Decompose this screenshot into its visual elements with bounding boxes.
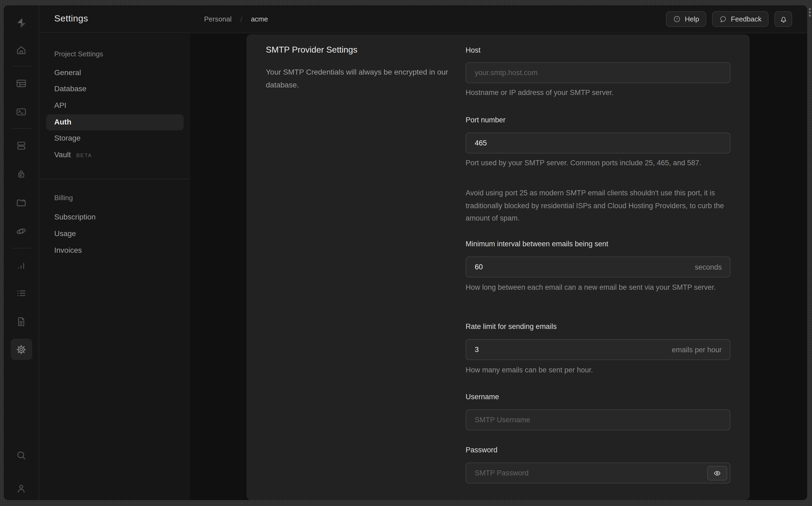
password-label: Password [466,446,498,454]
help-button-label: Help [685,15,699,23]
rail-divider [11,248,31,248]
breadcrumb: Personal / acme [204,5,268,33]
sidebar-divider [39,179,190,179]
feedback-button-label: Feedback [731,15,761,23]
app-window: Settings Project Settings General Databa… [4,5,807,500]
reports-icon[interactable] [10,255,32,276]
sidebar-item-vault[interactable]: Vault BETA [54,150,92,159]
svg-text:?: ? [676,17,678,21]
authentication-icon[interactable] [10,163,32,185]
section-label-billing: Billing [54,194,73,202]
database-icon[interactable] [10,135,32,156]
host-input[interactable] [466,62,730,83]
interval-help-text: How long between each email can a new em… [466,281,730,294]
port-input[interactable] [466,133,730,154]
username-input-wrapper [466,409,730,430]
port-input-wrapper [466,133,730,154]
beta-badge: BETA [76,152,92,158]
storage-icon[interactable] [10,191,32,213]
port-label: Port number [466,116,506,124]
host-help-text: Hostname or IP address of your SMTP serv… [466,86,730,99]
settings-sidebar: Settings Project Settings General Databa… [39,5,191,500]
port-help-text: Port used by your SMTP server. Common po… [466,157,730,169]
window-scrollbar-dots[interactable] [809,8,811,17]
rate-limit-input-wrapper: emails per hour [466,339,730,360]
account-icon[interactable] [10,478,32,499]
rate-limit-label: Rate limit for sending emails [466,323,557,331]
rate-limit-help-text: How many emails can be sent per hour. [466,364,730,376]
port-note-text: Avoid using port 25 as modern SMTP email… [466,187,730,225]
interval-input-wrapper: seconds [466,256,730,277]
edge-functions-icon[interactable] [10,220,32,242]
notifications-button[interactable] [774,11,792,27]
username-label: Username [466,393,499,401]
page-title: Settings [54,13,88,24]
header-actions: ? Help Feedback [666,11,792,27]
sidebar-item-general[interactable]: General [54,68,81,77]
api-docs-icon[interactable] [10,311,32,332]
sidebar-item-subscription[interactable]: Subscription [54,213,95,221]
sidebar-item-storage[interactable]: Storage [54,134,81,142]
toggle-password-visibility-button[interactable] [707,466,727,480]
sidebar-header: Settings [39,5,190,33]
sidebar-item-api[interactable]: API [54,101,66,109]
sidebar-item-invoices[interactable]: Invoices [54,246,82,254]
sidebar-item-usage[interactable]: Usage [54,229,76,238]
desktop-frame: Settings Project Settings General Databa… [0,0,812,506]
content-area: SMTP Provider Settings Your SMTP Credent… [190,33,807,500]
home-icon[interactable] [10,39,32,61]
sidebar-item-auth[interactable]: Auth [54,117,71,126]
table-editor-icon[interactable] [10,72,32,94]
speech-bubble-icon [719,15,727,23]
rate-limit-input[interactable] [466,339,730,360]
password-input-wrapper [466,462,730,484]
username-input[interactable] [466,409,730,430]
breadcrumb-separator: / [240,15,242,23]
help-circle-icon: ? [673,15,681,23]
rail-divider [11,128,31,129]
bell-icon [779,15,788,23]
smtp-form: Host Hostname or IP address of your SMTP… [466,34,730,500]
password-input[interactable] [466,462,730,484]
help-button[interactable]: ? Help [666,11,706,27]
sql-editor-icon[interactable] [10,101,32,122]
host-input-wrapper [466,62,730,83]
card-description: Your SMTP Credentials will always be enc… [266,66,458,91]
eye-icon [713,469,721,477]
smtp-settings-card: SMTP Provider Settings Your SMTP Credent… [246,34,750,500]
logs-icon[interactable] [10,282,32,304]
project-settings-icon[interactable] [10,339,32,360]
sidebar-item-vault-label: Vault [54,150,71,159]
interval-input[interactable] [466,256,730,277]
search-icon[interactable] [10,444,32,466]
rail-divider [11,66,31,67]
interval-label: Minimum interval between emails being se… [466,240,608,248]
breadcrumb-org[interactable]: Personal [204,15,232,23]
sidebar-item-database[interactable]: Database [54,84,86,93]
top-header: Personal / acme ? Help Feedback [190,5,807,33]
host-label: Host [466,46,481,54]
supabase-logo-icon[interactable] [15,17,27,29]
section-label-project-settings: Project Settings [54,50,103,58]
icon-rail [4,5,39,500]
feedback-button[interactable]: Feedback [712,11,768,27]
breadcrumb-project[interactable]: acme [251,15,268,23]
card-title: SMTP Provider Settings [266,45,357,55]
